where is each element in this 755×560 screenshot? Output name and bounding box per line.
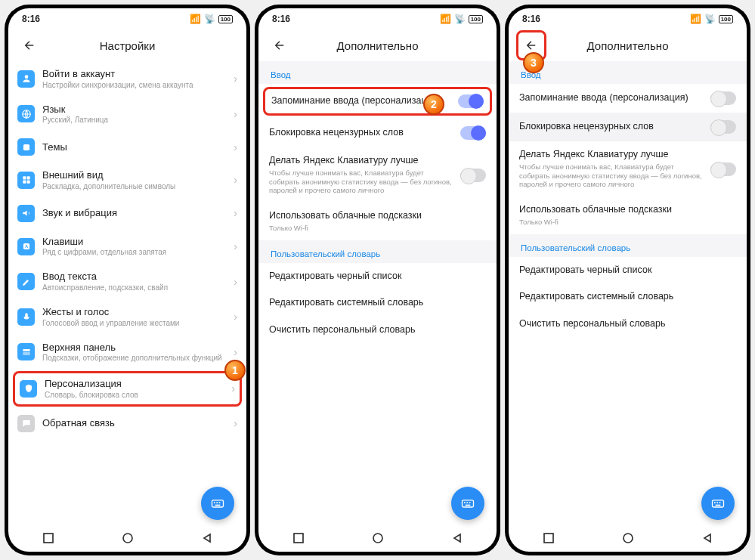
screen-settings: 8:16 📶 📡 100 Настройки Войти в аккаунтНа… [8, 8, 246, 552]
toggle-switch[interactable] [458, 94, 484, 108]
status-indicators: 📶 📡 100 [690, 14, 733, 24]
toggle-switch[interactable] [710, 91, 736, 105]
keyboard-icon [210, 496, 225, 511]
svg-rect-31 [544, 534, 553, 543]
nav-bar [258, 524, 497, 552]
chevron-right-icon: › [234, 311, 237, 323]
status-bar: 8:16 📶 📡 100 [258, 8, 497, 29]
additional-list[interactable]: Ввод Запоминание ввода (персонализация) … [509, 61, 747, 524]
keyboard-fab[interactable] [451, 487, 484, 520]
svg-rect-11 [23, 352, 29, 355]
settings-list[interactable]: Войти в аккаунтНастройки синхронизации, … [8, 61, 246, 524]
arrow-left-icon [23, 39, 36, 52]
signal-icon: 📶 [690, 14, 701, 24]
status-time: 8:16 [272, 14, 290, 24]
sound-icon [17, 205, 35, 222]
svg-rect-30 [716, 505, 721, 506]
highlight-memorize: 2 Запоминание ввода (персонализация) [263, 87, 492, 116]
settings-item-personalization[interactable]: ПерсонализацияСловарь, блокировка слов › [15, 373, 240, 404]
marker-3: 3 [523, 52, 544, 73]
marker-2: 2 [423, 94, 444, 115]
chevron-right-icon: › [231, 382, 235, 394]
phone-1: 8:16 📶 📡 100 Настройки Войти в аккаунтНа… [5, 5, 250, 555]
settings-item-appearance[interactable]: Внешний видРаскладка, дополнительные сим… [8, 162, 246, 198]
svg-rect-19 [463, 500, 474, 507]
svg-rect-22 [469, 502, 471, 503]
chevron-right-icon: › [234, 207, 237, 219]
additional-list[interactable]: Ввод 2 Запоминание ввода (персонализация… [258, 61, 497, 524]
section-input: Ввод [258, 61, 497, 84]
settings-item-account[interactable]: Войти в аккаунтНастройки синхронизации, … [8, 61, 246, 97]
settings-item-keys[interactable]: A КлавишиРяд с цифрами, отдельная запята… [8, 229, 246, 265]
nav-back[interactable] [701, 531, 714, 545]
toggle-switch[interactable] [460, 169, 486, 182]
svg-rect-24 [294, 534, 303, 543]
nav-home[interactable] [121, 531, 135, 545]
marker-1: 1 [224, 360, 246, 381]
toggle-switch[interactable] [710, 120, 736, 134]
toggle-block-profanity[interactable]: Блокировка нецензурных слов [258, 119, 497, 147]
toggle-memorize-input[interactable]: Запоминание ввода (персонализация) [509, 84, 747, 113]
settings-item-gestures[interactable]: Жесты и голосГолосовой ввод и управление… [8, 299, 246, 335]
header: Дополнительно [258, 29, 497, 61]
settings-item-textinput[interactable]: Ввод текстаАвтоисправление, подсказки, с… [8, 264, 246, 299]
nav-home[interactable] [621, 531, 635, 545]
back-button[interactable] [16, 32, 43, 59]
edit-icon [17, 273, 35, 290]
back-button[interactable] [266, 32, 293, 59]
keyboard-fab[interactable] [701, 487, 735, 520]
svg-rect-17 [44, 534, 53, 543]
battery-icon: 100 [719, 15, 733, 23]
signal-icon: 📶 [190, 14, 201, 24]
svg-rect-26 [713, 500, 724, 507]
nav-back[interactable] [200, 531, 214, 545]
settings-item-feedback[interactable]: Обратная связь › [8, 408, 246, 439]
nav-recents[interactable] [542, 531, 555, 545]
toggle-improve-keyboard[interactable]: Делать Яндекс Клавиатуру лучшеЧтобы лучш… [509, 141, 747, 196]
settings-item-sound[interactable]: Звук и вибрация › [8, 198, 246, 229]
nav-bar [509, 524, 747, 552]
toggle-memorize-input[interactable]: Запоминание ввода (персонализация) [265, 89, 490, 113]
toggle-block-profanity[interactable]: Блокировка нецензурных слов [509, 113, 747, 141]
chevron-right-icon: › [234, 141, 237, 153]
section-dictionary: Пользовательский словарь [258, 240, 497, 263]
item-clear-personal-dict[interactable]: Очистить персональный словарь [258, 317, 497, 344]
keyboard-fab[interactable] [201, 487, 234, 520]
svg-point-32 [623, 534, 633, 543]
nav-back[interactable] [450, 531, 464, 545]
wifi-icon: 📡 [204, 14, 215, 24]
status-time: 8:16 [522, 14, 540, 24]
svg-point-18 [123, 534, 132, 543]
chat-icon [17, 415, 35, 432]
account-icon [17, 70, 35, 88]
settings-item-themes[interactable]: Темы › [8, 131, 246, 162]
arrow-left-icon [524, 39, 538, 52]
item-edit-blacklist[interactable]: Редактировать черный список [258, 263, 497, 290]
section-dictionary: Пользовательский словарь [509, 234, 747, 257]
item-clear-personal-dict[interactable]: Очистить персональный словарь [509, 311, 747, 338]
chevron-right-icon: › [234, 73, 237, 85]
svg-rect-21 [466, 502, 468, 503]
svg-rect-23 [466, 505, 471, 506]
signal-icon: 📶 [440, 14, 451, 24]
panel-icon [17, 343, 35, 360]
svg-rect-15 [219, 502, 221, 503]
svg-rect-5 [23, 181, 26, 184]
item-edit-blacklist[interactable]: Редактировать черный список [509, 257, 747, 284]
svg-rect-6 [26, 181, 29, 184]
item-cloud-suggestions[interactable]: Использовать облачные подсказкиТолько Wi… [509, 196, 747, 234]
toggle-improve-keyboard[interactable]: Делать Яндекс Клавиатуру лучшеЧтобы лучш… [258, 147, 497, 203]
nav-recents[interactable] [42, 531, 55, 545]
item-edit-system-dict[interactable]: Редактировать системный словарь [509, 283, 747, 311]
nav-recents[interactable] [292, 531, 305, 545]
nav-home[interactable] [371, 531, 385, 545]
settings-item-language[interactable]: ЯзыкРусский, Латиница › [8, 97, 246, 132]
svg-rect-14 [216, 502, 218, 503]
item-cloud-suggestions[interactable]: Использовать облачные подсказкиТолько Wi… [258, 203, 497, 240]
status-indicators: 📶 📡 100 [440, 14, 483, 24]
nav-bar [8, 524, 246, 552]
item-edit-system-dict[interactable]: Редактировать системный словарь [258, 289, 497, 317]
toggle-switch[interactable] [710, 162, 736, 176]
settings-item-toppanel[interactable]: Верхняя панельПодсказки, отображение доп… [8, 335, 246, 370]
toggle-switch[interactable] [460, 126, 486, 140]
